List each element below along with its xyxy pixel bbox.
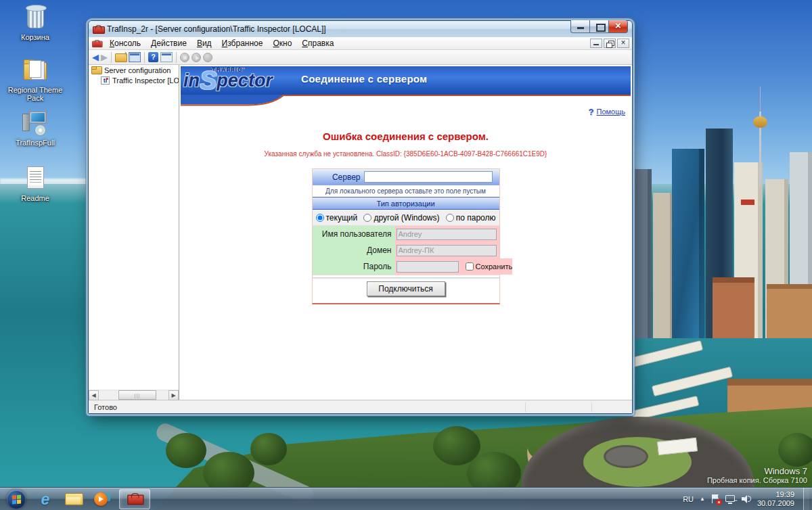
action-center-icon[interactable]: × xyxy=(711,494,719,504)
mdi-system-icon[interactable] xyxy=(92,39,102,47)
system-tray: RU ▲ × 19:39 30.07.2009 xyxy=(683,488,812,510)
menu-action[interactable]: Действие xyxy=(146,38,191,49)
scrollbar-thumb[interactable] xyxy=(118,390,156,400)
connect-row: Подключиться xyxy=(313,275,499,303)
menu-window[interactable]: Окно xyxy=(268,38,296,49)
app-window: TrafInsp_2r - [Server configuration\Traf… xyxy=(88,20,633,414)
mdi-restore-button[interactable] xyxy=(604,39,616,48)
maximize-button[interactable] xyxy=(589,20,609,33)
tray-date: 30.07.2009 xyxy=(757,499,794,508)
banner-swoosh xyxy=(181,95,631,106)
radio-current[interactable]: текущий xyxy=(316,213,358,223)
toolbar-separator xyxy=(176,52,177,63)
tray-clock[interactable]: 19:39 30.07.2009 xyxy=(757,490,797,508)
help-icon[interactable]: ? xyxy=(148,52,158,62)
document-icon xyxy=(27,166,44,189)
tree-item-label: Server configuration xyxy=(104,66,171,74)
desktop-icon-label: TrafInspFull xyxy=(1,139,69,147)
help-link[interactable]: Помощь xyxy=(597,108,626,116)
wallpaper-tree xyxy=(778,433,812,467)
properties-window-icon[interactable] xyxy=(160,52,173,62)
back-icon[interactable]: ◀ xyxy=(92,52,99,63)
scrollbar-track[interactable] xyxy=(99,390,168,400)
taskbar-media-player[interactable] xyxy=(91,490,114,509)
server-row: Сервер xyxy=(313,169,499,185)
wallpaper-tree xyxy=(250,433,287,465)
start-button[interactable] xyxy=(7,490,26,509)
radio-other-input[interactable] xyxy=(363,214,371,222)
traffic-inspector-icon: ti xyxy=(101,76,110,85)
scroll-left-icon[interactable]: ◀ xyxy=(89,390,99,400)
wallpaper-city-skyline xyxy=(633,81,812,365)
volume-icon[interactable] xyxy=(742,494,751,503)
connection-form: Сервер Для локального сервера оставьте э… xyxy=(312,168,500,304)
scroll-right-icon[interactable]: ▶ xyxy=(168,390,179,400)
radio-other-windows[interactable]: другой (Windows) xyxy=(363,213,439,223)
desktop-icon-regional-theme-pack[interactable]: Regional Theme Pack xyxy=(1,57,69,102)
menu-bar: Консоль Действие Вид Избранное Окно Спра… xyxy=(89,37,632,50)
error-title: Ошибка соединения с сервером. xyxy=(179,131,632,142)
ie-icon: e xyxy=(41,491,50,507)
radio-label: текущий xyxy=(326,213,358,223)
save-label: Сохранить xyxy=(476,262,513,271)
close-button[interactable] xyxy=(608,20,628,33)
language-indicator[interactable]: RU xyxy=(683,495,694,503)
monitor-icon xyxy=(29,111,47,124)
window-body: Server configuration ti Traffic Inspecto… xyxy=(89,65,632,400)
watermark-line2: Пробная копия. Сборка 7100 xyxy=(707,476,807,484)
mdi-minimize-button[interactable] xyxy=(590,39,602,48)
connect-button[interactable]: Подключиться xyxy=(367,281,445,296)
password-input[interactable] xyxy=(397,261,459,273)
forward-icon[interactable]: ▶ xyxy=(101,52,108,63)
minimize-button[interactable] xyxy=(570,20,590,33)
up-one-level-icon[interactable] xyxy=(115,53,127,62)
show-desktop-button[interactable] xyxy=(803,488,809,510)
tree-horizontal-scrollbar[interactable]: ◀ ▶ xyxy=(89,390,179,400)
save-checkbox-group[interactable]: Сохранить xyxy=(466,262,513,271)
tree-item-traffic-inspector[interactable]: ti Traffic Inspector [LO xyxy=(89,75,179,85)
password-row: Пароль Сохранить xyxy=(313,258,499,275)
console-tree-pane: Server configuration ti Traffic Inspecto… xyxy=(89,65,179,400)
tree-item-server-configuration[interactable]: Server configuration xyxy=(89,65,179,75)
window-titlebar[interactable]: TrafInsp_2r - [Server configuration\Traf… xyxy=(89,21,632,37)
service-pause-icon[interactable] xyxy=(203,53,212,62)
mdi-close-button[interactable] xyxy=(617,39,629,48)
username-label: Имя пользователя xyxy=(313,226,395,242)
radio-current-input[interactable] xyxy=(316,214,324,222)
auth-type-header: Тип авторизации xyxy=(313,197,499,210)
tray-expand-icon[interactable]: ▲ xyxy=(700,496,705,502)
server-input[interactable] xyxy=(364,171,493,183)
help-row: ? Помощь xyxy=(179,106,632,117)
taskbar-trafinsp-active[interactable] xyxy=(119,489,150,509)
server-label: Сервер xyxy=(313,172,364,182)
radio-password-input[interactable] xyxy=(446,214,454,222)
domain-label: Домен xyxy=(313,242,395,258)
username-input[interactable] xyxy=(397,229,497,240)
tray-time: 19:39 xyxy=(757,490,794,499)
service-stop-icon[interactable] xyxy=(180,53,189,62)
folder-icon xyxy=(91,66,102,74)
service-start-icon[interactable] xyxy=(191,53,201,62)
save-checkbox[interactable] xyxy=(466,262,474,271)
domain-input[interactable] xyxy=(397,245,497,256)
network-icon[interactable] xyxy=(725,494,736,503)
toolbar-separator xyxy=(111,52,112,63)
recycle-bin-icon xyxy=(27,7,44,28)
username-row: Имя пользователя xyxy=(313,226,499,242)
cd-icon xyxy=(35,124,46,136)
desktop-icon-trafinspfull[interactable]: TrafInspFull xyxy=(1,110,69,147)
menu-console[interactable]: Консоль xyxy=(105,38,145,49)
radio-label: другой (Windows) xyxy=(374,213,439,223)
taskbar-explorer[interactable] xyxy=(62,490,85,509)
menu-help[interactable]: Справка xyxy=(297,38,338,49)
menu-favorites[interactable]: Избранное xyxy=(217,38,268,49)
server-hint: Для локального сервера оставьте это поле… xyxy=(313,185,499,197)
desktop-icon-readme[interactable]: Readme xyxy=(1,165,69,202)
desktop-icon-recycle-bin[interactable]: Корзина xyxy=(1,4,69,41)
radio-by-password[interactable]: по паролю xyxy=(446,213,496,223)
taskbar-internet-explorer[interactable]: e xyxy=(34,490,57,509)
status-text: Готово xyxy=(94,403,117,411)
menu-view[interactable]: Вид xyxy=(192,38,217,49)
sydney-tower xyxy=(753,116,767,128)
console-tree-icon[interactable] xyxy=(129,52,141,62)
